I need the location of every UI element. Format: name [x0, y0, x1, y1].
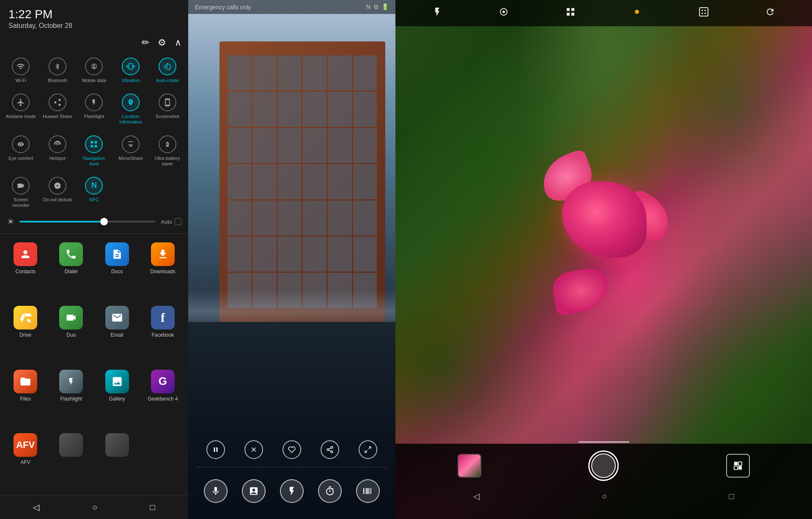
qs-mobile-data[interactable]: ① Mobile data	[77, 52, 112, 87]
emergency-calls-text: Emergency calls only	[195, 4, 251, 11]
audio-button[interactable]	[204, 479, 228, 503]
gallery-icon	[105, 370, 129, 393]
app-drive[interactable]: Drive	[3, 302, 47, 364]
pause-button[interactable]	[206, 440, 225, 459]
auto-brightness-label: Auto	[161, 218, 181, 225]
qs-eye-comfort[interactable]: Eye comfort	[3, 130, 38, 170]
auto-checkbox[interactable]	[175, 218, 181, 225]
camera-recents-button[interactable]: □	[729, 492, 734, 501]
facebook-label: Facebook	[152, 332, 174, 338]
location-label: Location information	[115, 114, 147, 125]
sun-exposure-icon[interactable]	[632, 7, 642, 19]
mirrorshare-icon	[122, 135, 140, 153]
signal-icon: ⧉	[374, 3, 378, 11]
eye-comfort-icon	[12, 135, 30, 153]
lens-icon[interactable]	[499, 7, 509, 19]
qs-screenshot[interactable]: Screenshot	[150, 88, 185, 128]
huawei-share-icon	[49, 93, 66, 111]
camera-back-button[interactable]: ◁	[473, 491, 480, 501]
brightness-fill	[19, 221, 104, 222]
edit-icon[interactable]: ✏	[142, 37, 149, 48]
ultra-battery-label: Ultra battery saver	[151, 156, 183, 167]
calculator-button[interactable]	[242, 479, 266, 503]
app-docs[interactable]: Docs	[95, 239, 139, 301]
nav-dock-icon	[85, 135, 103, 153]
qs-ultra-battery[interactable]: Ultra battery saver	[150, 130, 185, 170]
home-button[interactable]: ○	[92, 503, 97, 512]
qs-location[interactable]: Location information	[113, 88, 148, 128]
last-photo-thumbnail[interactable]	[458, 454, 481, 478]
downloads-label: Downloads	[150, 269, 175, 275]
app-downloads[interactable]: Downloads	[141, 239, 185, 301]
flashlight2-icon	[59, 370, 83, 393]
app-geekbench[interactable]: G Geekbench 4	[141, 366, 185, 428]
svg-rect-19	[571, 13, 574, 16]
app-unknown2[interactable]	[95, 430, 139, 492]
dialer-label: Dialer	[65, 269, 78, 275]
app-flashlight2[interactable]: Flashlight	[49, 366, 93, 428]
geekbench-label: Geekbench 4	[148, 396, 178, 402]
qs-mirrorshare[interactable]: MirrorShare	[113, 130, 148, 170]
camera-controls-row	[404, 450, 804, 481]
shutter-button[interactable]	[588, 450, 619, 481]
duo-label: Duo	[66, 332, 76, 338]
qs-hotspot[interactable]: Hotspot	[40, 130, 75, 170]
expand-button[interactable]	[359, 440, 377, 459]
vibration-label: Vibration	[121, 78, 140, 83]
app-email[interactable]: Email	[95, 302, 139, 364]
qs-huawei-share[interactable]: Huawei Share	[40, 88, 75, 128]
svg-line-10	[329, 450, 331, 451]
app-gallery[interactable]: Gallery	[95, 366, 139, 428]
brightness-thumb[interactable]	[100, 218, 108, 225]
qs-vibration[interactable]: Vibration	[113, 52, 148, 87]
svg-point-15	[502, 11, 505, 13]
app-duo[interactable]: Duo	[49, 302, 93, 364]
flash-icon[interactable]	[432, 7, 442, 19]
brightness-control: ☀ Auto	[0, 211, 188, 232]
notification-shade: 1:22 PM Saturday, October 28 ✏ ⚙ ∧ Wi-Fi…	[0, 0, 188, 519]
timer-button[interactable]	[318, 479, 342, 503]
qs-do-not-disturb[interactable]: Do not disturb	[40, 172, 75, 211]
more-options-icon[interactable]	[765, 7, 775, 19]
clock: 1:22 PM	[8, 8, 180, 21]
flashlight-qs-label: Flashlight	[84, 114, 104, 119]
app-facebook[interactable]: f Facebook	[141, 302, 185, 364]
app-unknown1[interactable]	[49, 430, 93, 492]
app-dialer[interactable]: Dialer	[49, 239, 93, 301]
building-element	[219, 41, 385, 322]
camera-home-button[interactable]: ○	[602, 492, 607, 501]
collapse-icon[interactable]: ∧	[175, 37, 181, 48]
heart-button[interactable]	[283, 440, 301, 459]
qs-airplane-mode[interactable]: Airplane mode	[3, 88, 38, 128]
qs-wifi[interactable]: Wi-Fi	[3, 52, 38, 87]
drive-label: Drive	[19, 332, 31, 338]
recents-button[interactable]: □	[150, 503, 155, 512]
svg-rect-16	[567, 8, 570, 11]
flashlight-tool-button[interactable]	[280, 479, 304, 503]
middle-status-bar: Emergency calls only N ⧉ 🔋	[188, 0, 395, 14]
camera-mode-icon[interactable]	[565, 7, 576, 19]
back-button[interactable]: ◁	[33, 502, 39, 512]
share-button[interactable]	[321, 440, 339, 459]
app-files[interactable]: Files	[3, 366, 47, 428]
camera-nav-bar: ◁ ○ □	[404, 486, 804, 506]
app-afv[interactable]: AFV AFV	[3, 430, 47, 492]
qs-nav-dock[interactable]: Navigation dock	[77, 130, 112, 170]
scanner-button[interactable]	[356, 479, 380, 503]
svg-rect-25	[705, 13, 706, 14]
settings-icon[interactable]: ⚙	[158, 37, 166, 48]
mode-switch-button[interactable]	[726, 454, 750, 478]
thumbnail-inner	[458, 455, 480, 477]
app-contacts[interactable]: Contacts	[3, 239, 47, 301]
qs-nfc[interactable]: N NFC	[77, 172, 112, 211]
qs-screen-recorder[interactable]: Screen recorder	[3, 172, 38, 211]
film-icon[interactable]	[699, 7, 709, 19]
shutter-inner	[591, 453, 616, 478]
close-button[interactable]	[244, 440, 263, 459]
brightness-slider[interactable]	[19, 221, 156, 222]
qs-auto-rotate[interactable]: Auto-rotate	[150, 52, 185, 87]
middle-status-icons: N ⧉ 🔋	[366, 3, 389, 11]
qs-bluetooth[interactable]: Bluetooth	[40, 52, 75, 87]
qs-flashlight[interactable]: Flashlight	[77, 88, 112, 128]
svg-rect-5	[91, 145, 93, 147]
